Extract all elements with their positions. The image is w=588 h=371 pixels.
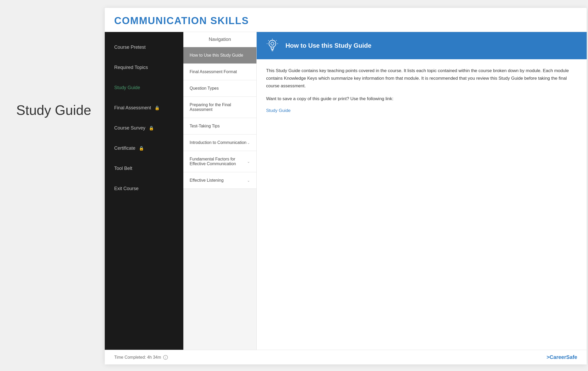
sidebar-item-certificate[interactable]: Certificate 🔒	[105, 138, 183, 158]
nav-item-effective-listening[interactable]: Effective Listening ⌄	[183, 172, 256, 189]
info-icon: i	[163, 355, 168, 360]
course-title: COMMUNICATION SKILLS	[114, 15, 577, 26]
nav-header: Navigation	[183, 32, 256, 47]
sidebar-item-final-assessment[interactable]: Final Assessment 🔒	[105, 98, 183, 118]
sidebar-item-course-survey[interactable]: Course Survey 🔒	[105, 118, 183, 138]
content-title: How to Use this Study Guide	[285, 42, 371, 49]
svg-point-8	[271, 42, 274, 45]
course-header: COMMUNICATION SKILLS	[105, 8, 587, 32]
sidebar-item-study-guide[interactable]: Study Guide	[105, 78, 183, 98]
footer: Time Completed: 4h 34m i >CareerSafe	[105, 350, 587, 364]
chevron-icon-listening: ⌄	[247, 178, 250, 182]
main-container: COMMUNICATION SKILLS Course Pretest Requ…	[105, 8, 587, 364]
chevron-icon-intro: ⌄	[247, 141, 250, 145]
nav-item-preparing-final[interactable]: Preparing for the Final Assessment	[183, 97, 256, 118]
nav-item-question-types[interactable]: Question Types	[183, 80, 256, 97]
lightbulb-icon	[265, 38, 280, 53]
nav-item-how-to-use[interactable]: How to Use this Study Guide	[183, 47, 256, 64]
content-header: How to Use this Study Guide	[257, 32, 587, 59]
lock-icon-final: 🔒	[155, 106, 160, 110]
study-guide-link[interactable]: Study Guide	[266, 108, 291, 113]
content-save-prompt: Want to save a copy of this guide or pri…	[266, 95, 577, 103]
svg-line-5	[276, 40, 277, 41]
content-body: This Study Guide contains key teaching p…	[257, 59, 587, 350]
content-panel: How to Use this Study Guide This Study G…	[257, 32, 587, 350]
sidebar-item-course-pretest[interactable]: Course Pretest	[105, 37, 183, 57]
lock-icon-survey: 🔒	[149, 126, 154, 130]
lock-icon-certificate: 🔒	[139, 146, 144, 150]
sidebar-item-exit-course[interactable]: Exit Course	[105, 179, 183, 199]
body-area: Course Pretest Required Topics Study Gui…	[105, 32, 587, 350]
sidebar-item-required-topics[interactable]: Required Topics	[105, 57, 183, 78]
nav-item-intro-communication[interactable]: Introduction to Communication ⌄	[183, 135, 256, 151]
sidebar-left: Course Pretest Required Topics Study Gui…	[105, 32, 183, 350]
content-description: This Study Guide contains key teaching p…	[266, 67, 577, 90]
brand-logo: >CareerSafe	[547, 354, 577, 360]
footer-time: Time Completed: 4h 34m i	[114, 355, 168, 360]
svg-line-4	[268, 40, 269, 41]
svg-point-0	[269, 40, 276, 47]
chevron-icon-fundamental: ⌄	[247, 159, 250, 164]
brand-text: CareerSafe	[549, 354, 577, 360]
nav-item-fundamental-factors[interactable]: Fundamental Factors for Effective Commun…	[183, 151, 256, 172]
nav-item-test-taking-tips[interactable]: Test-Taking Tips	[183, 118, 256, 135]
sidebar-item-tool-belt[interactable]: Tool Belt	[105, 158, 183, 179]
nav-item-final-assessment-format[interactable]: Final Assessment Format	[183, 64, 256, 80]
nav-panel: Navigation How to Use this Study Guide F…	[183, 32, 257, 350]
